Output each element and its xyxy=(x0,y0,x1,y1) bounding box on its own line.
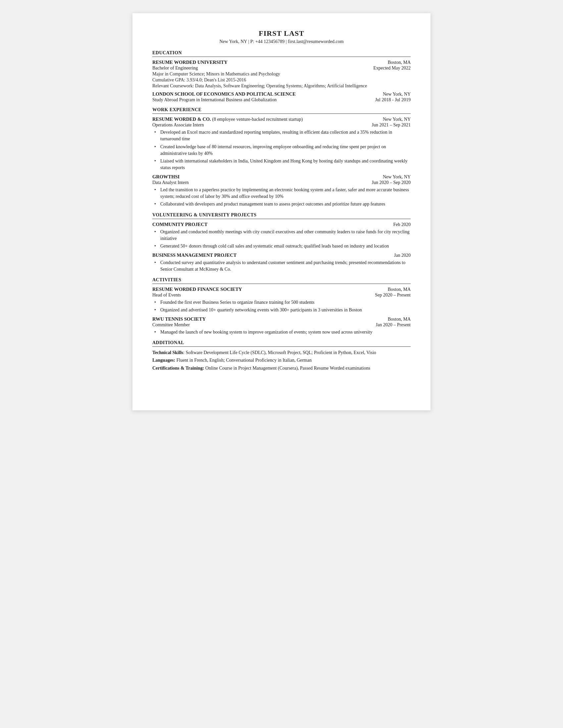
work-rwc-location: New York, NY xyxy=(383,117,411,122)
vol-community-name: COMMUNITY PROJECT xyxy=(152,222,208,227)
act-finance-role: Head of Events xyxy=(152,293,181,298)
bullet-item: Created knowledge base of 80 internal re… xyxy=(154,144,411,157)
vol-community-bullets: Organized and conducted monthly meetings… xyxy=(152,229,411,250)
edu-lse-date: Jul 2018 - Jul 2019 xyxy=(375,97,411,103)
act-tennis-role: Committee Member xyxy=(152,322,190,328)
vol-bmp-bullets: Conducted survey and quantitative analys… xyxy=(152,259,411,273)
edu-rwu-detail-1: Cumulative GPA: 3.93/4.0; Dean's List 20… xyxy=(152,77,411,83)
additional-section: ADDITIONAL Technical Skills: Software De… xyxy=(152,340,411,372)
edu-rwu-date: Expected May 2022 xyxy=(373,66,411,71)
education-entry-rwu: RESUME WORDED UNIVERSITY Boston, MA Bach… xyxy=(152,60,411,89)
work-entry-rwc: RESUME WORDED & CO. (8 employee venture-… xyxy=(152,116,411,171)
act-tennis-bullets: Managed the launch of new booking system… xyxy=(152,329,411,336)
act-finance-date: Sep 2020 – Present xyxy=(375,293,411,298)
additional-languages: Languages: Fluent in French, English; Co… xyxy=(152,357,411,364)
work-growthsi-name: GROWTHSI xyxy=(152,174,179,180)
act-entry-finance: RESUME WORDED FINANCE SOCIETY Boston, MA… xyxy=(152,287,411,314)
work-growthsi-bullets: Led the transition to a paperless practi… xyxy=(152,187,411,208)
additional-certs-label: Certifications & Training: xyxy=(152,366,204,371)
vol-bmp-date: Jan 2020 xyxy=(394,253,411,258)
additional-languages-label: Languages: xyxy=(152,358,175,363)
work-section-title: WORK EXPERIENCE xyxy=(152,107,411,114)
vol-community-date: Feb 2020 xyxy=(394,222,411,227)
resume-document: FIRST LAST New York, NY | P: +44 1234567… xyxy=(132,13,431,410)
work-rwc-name-wrap: RESUME WORDED & CO. (8 employee venture-… xyxy=(152,116,303,122)
bullet-item: Led the transition to a paperless practi… xyxy=(154,187,411,200)
bullet-item: Managed the launch of new booking system… xyxy=(154,329,411,336)
work-section: WORK EXPERIENCE RESUME WORDED & CO. (8 e… xyxy=(152,107,411,208)
work-rwc-date: Jun 2021 – Sep 2021 xyxy=(372,122,411,128)
act-finance-location: Boston, MA xyxy=(388,287,411,292)
resume-header: FIRST LAST New York, NY | P: +44 1234567… xyxy=(152,29,411,44)
candidate-name: FIRST LAST xyxy=(152,29,411,38)
work-rwc-name-suffix: (8 employee venture-backed recruitment s… xyxy=(211,117,303,122)
edu-lse-name: LONDON SCHOOL OF ECONOMICS AND POLITICAL… xyxy=(152,91,296,97)
work-growthsi-role: Data Analyst Intern xyxy=(152,180,189,185)
additional-skills: Technical Skills: Software Development L… xyxy=(152,349,411,356)
education-entry-lse: LONDON SCHOOL OF ECONOMICS AND POLITICAL… xyxy=(152,91,411,103)
act-tennis-name: RWU TENNIS SOCIETY xyxy=(152,316,206,322)
edu-lse-role: Study Abroad Program in International Bu… xyxy=(152,97,276,103)
edu-rwu-role: Bachelor of Engineering xyxy=(152,66,198,71)
act-tennis-date: Jan 2020 – Present xyxy=(376,322,411,328)
edu-rwu-detail-0: Major in Computer Science; Minors in Mat… xyxy=(152,71,411,77)
bullet-item: Liaised with international stakeholders … xyxy=(154,158,411,171)
work-growthsi-date: Jun 2020 – Sep 2020 xyxy=(372,180,411,185)
edu-rwu-detail-2: Relevant Coursework: Data Analysis, Soft… xyxy=(152,83,411,89)
edu-rwu-name: RESUME WORDED UNIVERSITY xyxy=(152,60,227,65)
edu-rwu-location: Boston, MA xyxy=(388,60,411,65)
activities-section: ACTIVITIES RESUME WORDED FINANCE SOCIETY… xyxy=(152,277,411,336)
work-growthsi-location: New York, NY xyxy=(383,174,411,180)
additional-certs: Certifications & Training: Online Course… xyxy=(152,365,411,372)
vol-entry-community: COMMUNITY PROJECT Feb 2020 Organized and… xyxy=(152,222,411,250)
volunteering-section: VOLUNTEERING & UNIVERSITY PROJECTS COMMU… xyxy=(152,212,411,273)
bullet-item: Organized and conducted monthly meetings… xyxy=(154,229,411,242)
bullet-item: Developed an Excel macro and standardize… xyxy=(154,129,411,143)
contact-info: New York, NY | P: +44 123456789 | first.… xyxy=(152,39,411,44)
act-entry-tennis: RWU TENNIS SOCIETY Boston, MA Committee … xyxy=(152,316,411,336)
bullet-item: Founded the first ever Business Series t… xyxy=(154,299,411,306)
bullet-item: Organized and advertised 10+ quarterly n… xyxy=(154,307,411,313)
bullet-item: Conducted survey and quantitative analys… xyxy=(154,259,411,273)
additional-section-title: ADDITIONAL xyxy=(152,340,411,347)
additional-skills-label: Technical Skills xyxy=(152,350,183,355)
bullet-item: Collaborated with developers and product… xyxy=(154,201,411,207)
act-finance-name: RESUME WORDED FINANCE SOCIETY xyxy=(152,287,242,292)
vol-bmp-name: BUSINESS MANAGEMENT PROJECT xyxy=(152,252,236,258)
education-section-title: EDUCATION xyxy=(152,50,411,57)
work-rwc-role: Operations Associate Intern xyxy=(152,122,204,128)
edu-lse-location: New York, NY xyxy=(383,92,411,97)
additional-certs-text: Online Course in Project Management (Cou… xyxy=(204,366,370,371)
act-finance-bullets: Founded the first ever Business Series t… xyxy=(152,299,411,314)
work-rwc-name: RESUME WORDED & CO. xyxy=(152,116,211,122)
volunteering-section-title: VOLUNTEERING & UNIVERSITY PROJECTS xyxy=(152,212,411,219)
act-tennis-location: Boston, MA xyxy=(388,317,411,322)
bullet-item: Generated 50+ donors through cold call s… xyxy=(154,243,411,250)
work-rwc-bullets: Developed an Excel macro and standardize… xyxy=(152,129,411,171)
additional-languages-text: Fluent in French, English; Conversationa… xyxy=(175,358,312,363)
additional-skills-text: : Software Development Life Cycle (SDLC)… xyxy=(183,350,376,355)
education-section: EDUCATION RESUME WORDED UNIVERSITY Bosto… xyxy=(152,50,411,103)
work-entry-growthsi: GROWTHSI New York, NY Data Analyst Inter… xyxy=(152,174,411,208)
vol-entry-bmp: BUSINESS MANAGEMENT PROJECT Jan 2020 Con… xyxy=(152,252,411,273)
activities-section-title: ACTIVITIES xyxy=(152,277,411,284)
